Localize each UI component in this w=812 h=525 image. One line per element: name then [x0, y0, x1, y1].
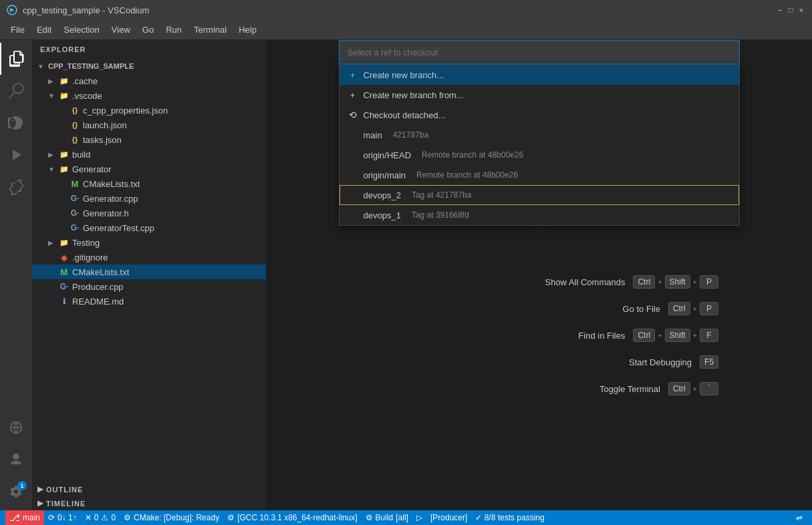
- tree-item-cache[interactable]: ▶ 📁 .cache: [32, 73, 266, 88]
- activity-run[interactable]: [0, 139, 32, 171]
- shortcut-toggle-terminal-keys: Ctrl + `: [668, 382, 718, 395]
- outline-header[interactable]: ▶ OUTLINE: [32, 482, 266, 496]
- menu-terminal[interactable]: Terminal: [188, 22, 232, 37]
- cmake-gen-label: CMakeLists.txt: [83, 179, 140, 189]
- menu-edit[interactable]: Edit: [31, 22, 57, 37]
- build-label: build: [72, 150, 90, 160]
- menu-help[interactable]: Help: [233, 22, 262, 37]
- status-remote[interactable]: ⇌: [792, 510, 807, 525]
- create-branch-label: Create new branch...: [364, 70, 444, 80]
- dropdown-item-origin-main[interactable]: origin/main Remote branch at 48b00e26: [340, 165, 739, 185]
- dropdown-item-origin-head[interactable]: origin/HEAD Remote branch at 48b00e26: [340, 145, 739, 165]
- tree-item-c-cpp[interactable]: {} c_cpp_properties.json: [32, 103, 266, 118]
- title-bar: cpp_testing_sample - VSCodium − □ ×: [0, 0, 812, 20]
- gen-cpp-icon: G·: [70, 193, 80, 204]
- devops-1-label: devops_1: [364, 210, 401, 220]
- shortcut-toggle-terminal-label: Toggle Terminal: [599, 384, 660, 394]
- activity-search[interactable]: [0, 75, 32, 107]
- dropdown-input-wrapper: [339, 40, 740, 64]
- tree-item-testing[interactable]: ▶ 📁 Testing: [32, 235, 266, 250]
- activity-explorer[interactable]: [0, 43, 32, 75]
- error-count: 0: [94, 513, 99, 522]
- launch-label: launch.json: [83, 120, 127, 130]
- create-branch-from-label: Create new branch from...: [364, 90, 464, 100]
- main-branch-meta: 421787ba: [393, 130, 428, 140]
- run-icon: ▷: [416, 513, 422, 522]
- gitignore-icon: ◆: [59, 252, 70, 262]
- activity-remote[interactable]: [0, 411, 32, 444]
- compiler-label: [GCC 10.3.1 x86_64-redhat-linux]: [237, 513, 357, 522]
- status-errors[interactable]: ✕ 0 ⚠ 0: [81, 510, 120, 525]
- tree-item-producer-cpp[interactable]: G· Producer.cpp: [32, 279, 266, 294]
- tree-item-build[interactable]: ▶ 📁 build: [32, 147, 266, 162]
- kbd-f5: F5: [700, 355, 718, 369]
- shortcut-start-debugging: Start Debugging F5: [545, 355, 718, 369]
- cache-folder-icon: 📁: [59, 75, 70, 86]
- status-compiler[interactable]: ⚙ [GCC 10.3.1 x86_64-redhat-linux]: [223, 510, 361, 525]
- tree-item-vscode[interactable]: ▼ 📁 .vscode: [32, 88, 266, 103]
- gentest-cpp-icon: G·: [70, 222, 80, 233]
- checkout-dropdown: + Create new branch... + Create new bran…: [266, 40, 812, 226]
- dropdown-list: + Create new branch... + Create new bran…: [339, 64, 740, 226]
- tree-item-gen-cpp[interactable]: G· Generator.cpp: [32, 191, 266, 206]
- tree-item-gen-h[interactable]: G· Generator.h: [32, 206, 266, 220]
- tree-item-gitignore[interactable]: ◆ .gitignore: [32, 250, 266, 265]
- maximize-button[interactable]: □: [787, 6, 795, 14]
- activity-extensions[interactable]: [0, 171, 32, 203]
- tree-item-launch[interactable]: {} launch.json: [32, 118, 266, 132]
- kbd-p-1: P: [700, 275, 718, 289]
- kbd-p-2: P: [700, 302, 718, 315]
- timeline-header[interactable]: ▶ TIMELINE: [32, 496, 266, 510]
- dropdown-item-devops-1[interactable]: devops_1 Tag at 391668fd: [340, 205, 739, 225]
- launch-target-label: [Producer]: [430, 513, 467, 522]
- tree-item-readme[interactable]: ℹ README.md: [32, 294, 266, 309]
- menu-run[interactable]: Run: [160, 22, 187, 37]
- tree-root[interactable]: ▼ CPP_TESTING_SAMPLE: [32, 59, 266, 73]
- activity-source-control[interactable]: [0, 107, 32, 139]
- main-branch-label: main: [364, 130, 382, 140]
- status-branch[interactable]: ⎇ main: [5, 510, 44, 525]
- tree-item-generator[interactable]: ▼ 📁 Generator: [32, 162, 266, 176]
- devops-2-meta: Tag at 421787ba: [412, 190, 471, 200]
- explorer-header: Explorer: [32, 40, 266, 59]
- tasks-label: tasks.json: [83, 135, 122, 145]
- cache-label: .cache: [72, 76, 98, 86]
- dropdown-item-checkout-detached[interactable]: ⟲ Checkout detached...: [340, 105, 739, 125]
- status-run[interactable]: ▷: [412, 510, 426, 525]
- gentest-cpp-label: GeneratorTest.cpp: [83, 223, 154, 233]
- status-sync[interactable]: ⟳ 0↓ 1↑: [44, 510, 81, 525]
- status-tests[interactable]: ✓ 8/8 tests passing: [471, 510, 548, 525]
- dropdown-item-devops-2[interactable]: devops_2 Tag at 421787ba: [340, 185, 739, 205]
- status-cmake[interactable]: ⚙ CMake: [Debug]: Ready: [120, 510, 223, 525]
- tree-item-gentest-cpp[interactable]: G· GeneratorTest.cpp: [32, 220, 266, 235]
- tree-item-tasks[interactable]: {} tasks.json: [32, 132, 266, 147]
- minimize-button[interactable]: −: [776, 6, 784, 14]
- kbd-ctrl-4: Ctrl: [668, 382, 690, 395]
- origin-main-label: origin/main: [364, 170, 406, 180]
- ref-search-input[interactable]: [339, 40, 740, 64]
- timeline-label: TIMELINE: [46, 500, 86, 508]
- build-folder-icon: 📁: [59, 149, 70, 160]
- cmake-root-label: CMakeLists.txt: [72, 267, 129, 277]
- close-button[interactable]: ×: [797, 6, 805, 14]
- menu-bar: File Edit Selection View Go Run Terminal…: [0, 20, 812, 40]
- app-icon: [7, 5, 17, 15]
- dropdown-item-main[interactable]: main 421787ba: [340, 125, 739, 145]
- menu-view[interactable]: View: [106, 22, 136, 37]
- menu-go[interactable]: Go: [137, 22, 159, 37]
- file-tree: ▼ CPP_TESTING_SAMPLE ▶ 📁 .cache ▼ 📁 .vsc…: [32, 59, 266, 482]
- status-launch-target[interactable]: [Producer]: [426, 510, 471, 525]
- dropdown-item-create-branch[interactable]: + Create new branch...: [340, 65, 739, 85]
- activity-account[interactable]: [0, 444, 32, 476]
- tree-item-cmake-root[interactable]: M CMakeLists.txt: [32, 265, 266, 279]
- readme-icon: ℹ: [59, 296, 70, 307]
- activity-settings[interactable]: [0, 476, 32, 508]
- menu-selection[interactable]: Selection: [58, 22, 104, 37]
- root-arrow: ▼: [37, 63, 48, 70]
- tree-item-cmake-gen[interactable]: M CMakeLists.txt: [32, 176, 266, 191]
- menu-file[interactable]: File: [5, 22, 30, 37]
- tests-label: ✓ 8/8 tests passing: [475, 513, 544, 522]
- dropdown-item-create-branch-from[interactable]: + Create new branch from...: [340, 85, 739, 105]
- status-build[interactable]: ⚙ Build [all]: [362, 510, 412, 525]
- title-bar-controls[interactable]: − □ ×: [776, 6, 805, 14]
